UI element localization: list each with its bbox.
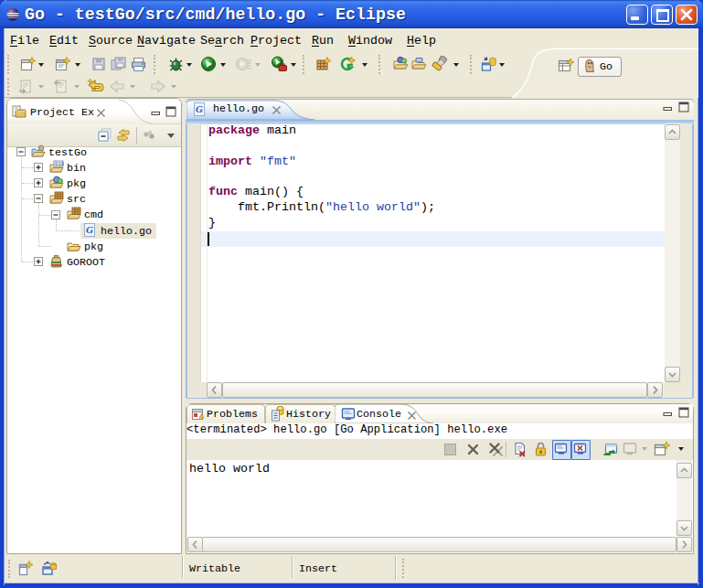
svg-text:010: 010 — [55, 161, 64, 167]
svg-text:G: G — [86, 224, 93, 235]
svg-text:G: G — [196, 103, 203, 114]
